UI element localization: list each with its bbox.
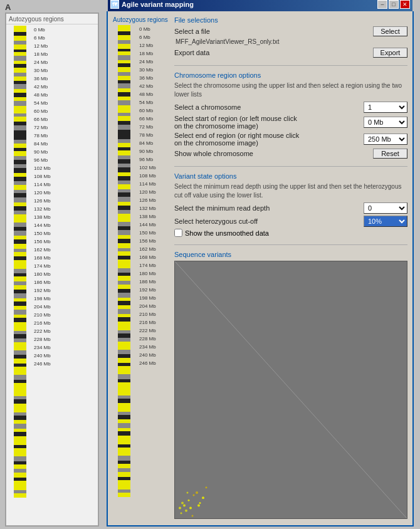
divider-1 — [174, 65, 407, 66]
mb-label: 0 Mb — [34, 26, 51, 34]
svg-rect-7 — [14, 56, 26, 61]
right-controls: File selections Select a file Select MFF… — [174, 16, 407, 519]
mb-label: 180 Mb — [34, 270, 51, 278]
svg-rect-157 — [118, 206, 130, 210]
left-chrom-panel: Autozygous regions — [113, 16, 169, 519]
select-file-button[interactable]: Select — [373, 26, 407, 36]
svg-rect-132 — [118, 100, 130, 105]
export-button[interactable]: Export — [373, 48, 407, 58]
svg-rect-100 — [14, 440, 26, 445]
svg-rect-10 — [14, 68, 26, 73]
end-region-label: Select end of region (or right mouse cli… — [174, 132, 300, 147]
svg-rect-197 — [118, 370, 130, 374]
unsmoothed-checkbox[interactable] — [174, 229, 182, 237]
hetero-cutoff-label: Select heterozygous cut-off — [174, 217, 364, 225]
mb-label: 228 Mb — [34, 335, 51, 343]
mb-label: 192 Mb — [34, 286, 51, 295]
svg-rect-51 — [14, 239, 26, 244]
svg-rect-30 — [14, 151, 26, 156]
mb-label: 108 Mb — [34, 172, 51, 181]
mb-label: 216 Mb — [34, 319, 51, 327]
svg-rect-25 — [14, 130, 26, 135]
svg-rect-125 — [118, 72, 130, 76]
svg-rect-93 — [14, 412, 26, 416]
end-region-select[interactable]: 250 Mb 200 Mb150 Mb100 Mb 50 Mb — [364, 134, 407, 145]
start-region-select[interactable]: 0 Mb 10 Mb20 Mb50 Mb 100 Mb150 Mb200 Mb — [364, 117, 407, 128]
svg-rect-29 — [14, 148, 26, 151]
svg-rect-9 — [14, 64, 26, 68]
svg-rect-175 — [118, 281, 130, 285]
window-b: 🗺 Agile variant mapping – □ ✕ Autozygous… — [107, 11, 414, 526]
svg-rect-22 — [14, 117, 26, 122]
hetero-cutoff-select[interactable]: 10% 20%30%5% — [364, 216, 407, 227]
svg-rect-221 — [118, 468, 130, 472]
svg-rect-209 — [118, 419, 130, 423]
svg-rect-173 — [118, 273, 130, 276]
mb-label: 240 Mb — [34, 352, 51, 360]
svg-rect-170 — [118, 259, 130, 264]
svg-rect-169 — [118, 256, 130, 259]
svg-rect-57 — [14, 265, 26, 269]
svg-rect-216 — [118, 448, 130, 452]
svg-rect-199 — [118, 379, 130, 382]
svg-rect-119 — [118, 49, 130, 51]
svg-rect-56 — [14, 260, 26, 265]
mb-label: 168 Mb — [34, 254, 51, 262]
close-button[interactable]: ✕ — [400, 0, 410, 9]
chromosome-b-svg[interactable] — [113, 25, 138, 499]
mb-label: 72 Mb — [34, 123, 51, 132]
reset-button[interactable]: Reset — [373, 149, 407, 159]
minimize-button[interactable]: – — [377, 0, 387, 9]
unsmoothed-label: Show the unsmoothed data — [185, 229, 269, 237]
svg-rect-8 — [14, 61, 26, 64]
svg-rect-226 — [118, 490, 130, 493]
svg-rect-39 — [14, 190, 26, 193]
svg-rect-190 — [118, 342, 130, 347]
svg-rect-187 — [118, 330, 130, 333]
svg-rect-198 — [118, 374, 130, 379]
svg-rect-52 — [14, 244, 26, 249]
svg-rect-127 — [118, 80, 130, 83]
svg-rect-45 — [14, 214, 26, 219]
svg-rect-90 — [14, 399, 26, 404]
min-depth-select[interactable]: 0 5102050 — [364, 202, 407, 214]
svg-rect-98 — [14, 432, 26, 436]
svg-rect-145 — [118, 155, 130, 159]
chromosome-options-section: Chromosome region options Select the chr… — [174, 71, 407, 160]
chromosome-description: Select the chromosome using the upper li… — [174, 81, 407, 99]
panel-a: Autozygous regions — [5, 13, 99, 526]
svg-rect-74 — [14, 334, 26, 338]
mb-label: 42 Mb — [34, 83, 51, 91]
export-label: Export data — [174, 49, 373, 56]
svg-point-234 — [189, 507, 192, 510]
chromosome-select[interactable]: 1 2345 6789 10111213 14151617 18192021 2… — [364, 102, 407, 113]
svg-rect-6 — [14, 52, 26, 56]
svg-point-236 — [196, 491, 198, 494]
svg-rect-55 — [14, 256, 26, 260]
window-title: Agile variant mapping — [122, 1, 194, 8]
svg-rect-124 — [118, 67, 130, 72]
svg-rect-44 — [14, 211, 26, 214]
svg-rect-102 — [14, 448, 26, 453]
svg-point-232 — [185, 510, 187, 512]
svg-rect-109 — [14, 478, 26, 481]
svg-rect-225 — [118, 484, 130, 490]
sequence-variants-chart — [174, 261, 407, 519]
maximize-button[interactable]: □ — [389, 0, 399, 9]
svg-rect-154 — [118, 192, 130, 197]
svg-rect-183 — [118, 314, 130, 317]
svg-rect-84 — [14, 375, 26, 380]
svg-rect-78 — [14, 350, 26, 355]
svg-rect-220 — [118, 464, 130, 468]
mb-label: 12 Mb — [34, 42, 51, 50]
mb-label: 18 Mb — [34, 50, 51, 58]
mb-label: 162 Mb — [34, 246, 51, 254]
svg-rect-156 — [118, 202, 130, 206]
svg-rect-130 — [118, 92, 130, 97]
svg-rect-155 — [118, 197, 130, 202]
divider-3 — [174, 244, 407, 245]
svg-rect-195 — [118, 363, 130, 366]
svg-rect-17 — [14, 97, 26, 101]
svg-point-231 — [188, 500, 190, 501]
svg-rect-171 — [118, 264, 130, 268]
